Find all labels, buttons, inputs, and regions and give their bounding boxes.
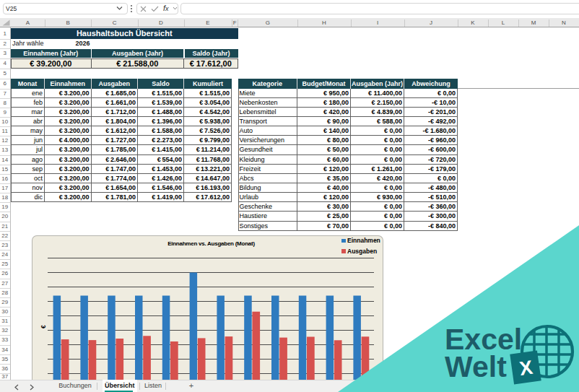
svg-text:Welt: Welt xyxy=(445,350,507,383)
